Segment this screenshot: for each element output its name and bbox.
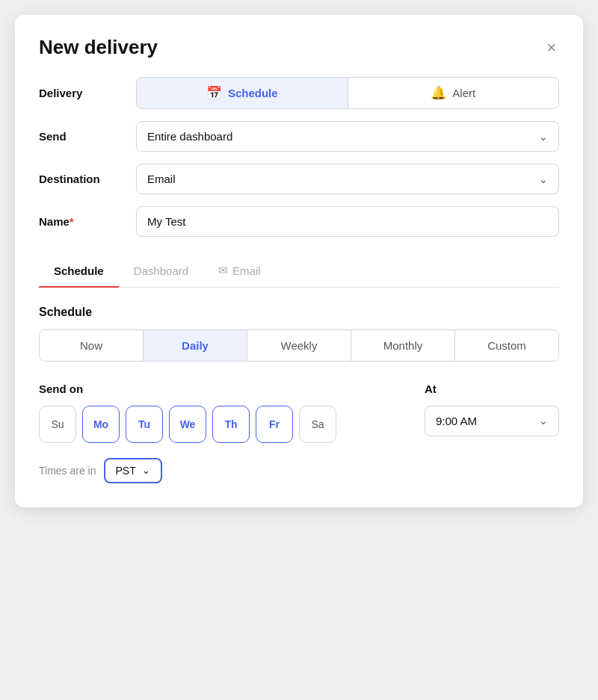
- tab-email[interactable]: ✉ Email: [203, 255, 276, 288]
- timezone-value: PST: [116, 465, 136, 477]
- send-select[interactable]: Entire dashboard ⌄: [136, 121, 559, 152]
- destination-label: Destination: [39, 173, 136, 185]
- day-btn-su[interactable]: Su: [39, 406, 76, 443]
- mail-icon: ✉: [218, 264, 228, 277]
- schedule-opt-daily[interactable]: Daily: [144, 330, 247, 361]
- destination-row: Destination Email ⌄: [39, 164, 559, 194]
- day-btn-sa[interactable]: Sa: [299, 406, 336, 443]
- day-btn-tu[interactable]: Tu: [126, 406, 163, 443]
- send-chevron-icon: ⌄: [539, 131, 548, 143]
- schedule-toggle-btn[interactable]: 📅 Schedule: [137, 78, 348, 108]
- tab-schedule-label: Schedule: [54, 264, 104, 277]
- day-btn-fr[interactable]: Fr: [256, 406, 293, 443]
- schedule-options: Now Daily Weekly Monthly Custom: [39, 329, 559, 362]
- tab-email-label: Email: [232, 264, 261, 277]
- destination-select[interactable]: Email ⌄: [136, 164, 559, 194]
- send-on-label: Send on: [39, 382, 401, 395]
- send-row: Send Entire dashboard ⌄: [39, 121, 559, 152]
- name-row: Name*: [39, 206, 559, 237]
- schedule-toggle-label: Schedule: [228, 87, 278, 99]
- time-select[interactable]: 9:00 AM ⌄: [425, 406, 559, 436]
- name-label: Name*: [39, 215, 136, 228]
- name-input[interactable]: [136, 206, 559, 237]
- day-btn-th[interactable]: Th: [212, 406, 250, 443]
- schedule-opt-now[interactable]: Now: [40, 330, 144, 361]
- schedule-section-title: Schedule: [39, 306, 559, 319]
- calendar-icon: 📅: [206, 85, 222, 101]
- tabs-row: Schedule Dashboard ✉ Email: [39, 255, 559, 288]
- tab-dashboard-label: Dashboard: [134, 264, 188, 277]
- day-btn-mo[interactable]: Mo: [82, 406, 120, 443]
- send-on-left: Send on Su Mo Tu We Th Fr Sa: [39, 382, 401, 443]
- timezone-prefix: Times are in: [39, 465, 96, 477]
- delivery-row: Delivery 📅 Schedule 🔔 Alert: [39, 77, 559, 109]
- timezone-row: Times are in PST ⌄: [39, 458, 559, 483]
- schedule-opt-custom[interactable]: Custom: [455, 330, 558, 361]
- tab-schedule[interactable]: Schedule: [39, 255, 119, 288]
- time-chevron-icon: ⌄: [539, 415, 548, 427]
- close-button[interactable]: ×: [543, 37, 559, 59]
- day-buttons: Su Mo Tu We Th Fr Sa: [39, 406, 401, 443]
- send-label: Send: [39, 130, 136, 143]
- tab-dashboard[interactable]: Dashboard: [119, 255, 203, 288]
- alert-toggle-btn[interactable]: 🔔 Alert: [348, 78, 559, 108]
- time-value: 9:00 AM: [436, 415, 477, 427]
- modal-title: New delivery: [39, 36, 158, 59]
- timezone-chevron-icon: ⌄: [142, 465, 150, 476]
- destination-select-value: Email: [147, 173, 176, 185]
- delivery-label: Delivery: [39, 87, 136, 99]
- send-select-value: Entire dashboard: [147, 130, 232, 143]
- at-label: At: [425, 382, 559, 395]
- required-indicator: *: [70, 215, 74, 228]
- new-delivery-modal: New delivery × Delivery 📅 Schedule 🔔 Ale…: [15, 15, 583, 507]
- delivery-toggle: 📅 Schedule 🔔 Alert: [136, 77, 559, 109]
- timezone-select[interactable]: PST ⌄: [104, 458, 162, 483]
- destination-chevron-icon: ⌄: [539, 173, 548, 185]
- schedule-opt-weekly[interactable]: Weekly: [247, 330, 351, 361]
- modal-header: New delivery ×: [39, 36, 559, 59]
- bell-icon: 🔔: [431, 85, 446, 101]
- send-on-right: At 9:00 AM ⌄: [425, 382, 559, 436]
- schedule-section: Schedule Now Daily Weekly Monthly Custom: [39, 306, 559, 362]
- schedule-opt-monthly[interactable]: Monthly: [351, 330, 455, 361]
- day-btn-we[interactable]: We: [169, 406, 206, 443]
- send-on-section: Send on Su Mo Tu We Th Fr Sa At 9:00 AM …: [39, 382, 559, 443]
- alert-toggle-label: Alert: [452, 87, 475, 99]
